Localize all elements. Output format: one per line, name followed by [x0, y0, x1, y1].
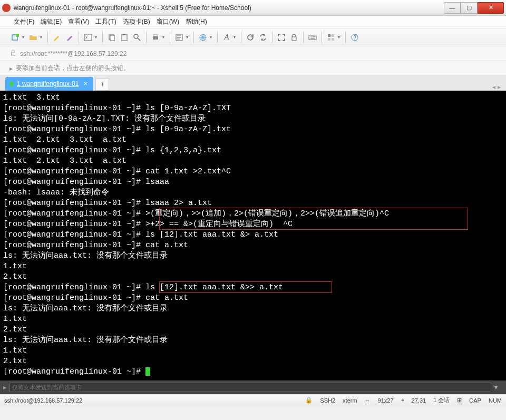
status-num: NUM	[489, 397, 502, 404]
fullscreen-icon[interactable]	[276, 32, 287, 43]
svg-rect-9	[154, 34, 157, 36]
tab-label: 1 wangruifenglinux-01	[17, 80, 79, 87]
copy-icon[interactable]	[106, 32, 118, 43]
dropdown-icon[interactable]: ▾	[210, 35, 214, 40]
menu-help[interactable]: 帮助(H)	[182, 17, 210, 26]
help-icon[interactable]: ?	[349, 32, 361, 43]
toolbar: ▾ ▾ ▾ ▾ ▾ ▾ A▾ ▾ ?	[0, 28, 506, 46]
keyboard-icon[interactable]	[307, 32, 318, 43]
font-icon[interactable]: A	[221, 32, 232, 43]
svg-rect-4	[110, 35, 114, 41]
dropdown-icon[interactable]: ▾	[186, 35, 190, 40]
svg-rect-15	[332, 34, 334, 37]
svg-rect-8	[153, 36, 158, 40]
svg-rect-12	[292, 37, 296, 41]
svg-rect-20	[12, 52, 15, 55]
menu-tools[interactable]: 工具(T)	[92, 17, 119, 26]
search-icon[interactable]	[131, 32, 143, 43]
menu-window[interactable]: 窗口(W)	[153, 17, 182, 26]
session-tab[interactable]: 1 wangruifenglinux-01 ×	[5, 77, 93, 91]
lock-icon[interactable]	[288, 32, 300, 43]
tab-next-icon[interactable]: ▸	[498, 83, 501, 91]
status-dot-icon	[9, 82, 14, 86]
folder-icon[interactable]	[27, 32, 39, 43]
status-size-icon: ↔	[365, 397, 371, 404]
status-ssh: SSH2	[320, 397, 335, 404]
refresh-icon[interactable]	[245, 32, 256, 43]
paste-icon[interactable]	[119, 32, 130, 43]
sync-icon[interactable]	[257, 32, 269, 43]
svg-rect-6	[123, 34, 125, 35]
session-address[interactable]: ssh://root:********@192.168.57.129:22	[20, 50, 126, 57]
svg-rect-1	[16, 34, 19, 37]
status-pos-icon: ⌖	[401, 397, 404, 404]
minimize-button[interactable]: —	[444, 2, 461, 14]
dropdown-icon[interactable]: ▾	[95, 35, 99, 40]
send-icon[interactable]: ▸	[3, 384, 6, 391]
svg-point-7	[134, 34, 138, 38]
dropdown-icon[interactable]: ▾	[40, 35, 44, 40]
status-pos: 27,31	[412, 397, 426, 404]
highlight-icon[interactable]	[51, 32, 63, 43]
svg-rect-14	[328, 34, 330, 37]
menu-edit[interactable]: 编辑(E)	[37, 17, 65, 26]
send-dropdown-icon[interactable]: ▾	[494, 384, 503, 391]
svg-rect-13	[309, 36, 316, 40]
hint-text: 要添加当前会话，点击左侧的箭头按钮。	[16, 64, 130, 73]
app-icon	[2, 4, 11, 12]
tab-close-icon[interactable]: ×	[82, 80, 89, 87]
menu-tabs[interactable]: 选项卡(B)	[120, 17, 153, 26]
svg-rect-2	[84, 34, 92, 41]
new-session-icon[interactable]	[9, 32, 21, 43]
maximize-button[interactable]: ▢	[461, 2, 478, 14]
status-sessions: 1 会话	[433, 396, 450, 404]
svg-rect-17	[332, 38, 334, 41]
status-term: xterm	[343, 397, 357, 404]
menubar: 文件(F) 编辑(E) 查看(V) 工具(T) 选项卡(B) 窗口(W) 帮助(…	[0, 16, 506, 28]
layout-icon[interactable]	[325, 32, 337, 43]
globe-icon[interactable]	[197, 32, 209, 43]
terminal[interactable]: 1.txt 3.txt [root@wangruifenglinux-01 ~]…	[0, 91, 506, 380]
menu-file[interactable]: 文件(F)	[11, 17, 37, 26]
properties-icon[interactable]	[173, 32, 185, 43]
status-size: 91x27	[378, 397, 394, 404]
close-button[interactable]: ✕	[478, 2, 504, 14]
brush-icon[interactable]	[64, 32, 75, 43]
lock-icon	[9, 49, 17, 58]
status-lock-icon: 🔒	[305, 397, 313, 404]
send-input[interactable]	[9, 383, 491, 392]
window-title: wangruifenglinux-01 - root@wangruifengli…	[14, 4, 444, 12]
dropdown-icon[interactable]: ▾	[22, 35, 26, 40]
add-tab-button[interactable]: +	[95, 78, 109, 91]
svg-text:?: ?	[353, 35, 356, 41]
hint-arrow-icon[interactable]: ▸	[9, 65, 13, 72]
menu-view[interactable]: 查看(V)	[65, 17, 92, 26]
status-address: ssh://root@192.168.57.129:22	[4, 397, 298, 404]
svg-rect-16	[328, 38, 330, 41]
status-grip-icon: ⊞	[457, 397, 462, 404]
dropdown-icon[interactable]: ▾	[162, 35, 167, 40]
print-icon[interactable]	[150, 32, 161, 43]
tab-prev-icon[interactable]: ◂	[492, 83, 495, 91]
status-cap: CAP	[469, 397, 481, 404]
terminal-icon[interactable]	[82, 32, 94, 43]
dropdown-icon[interactable]: ▾	[233, 35, 238, 40]
dropdown-icon[interactable]: ▾	[338, 35, 342, 40]
